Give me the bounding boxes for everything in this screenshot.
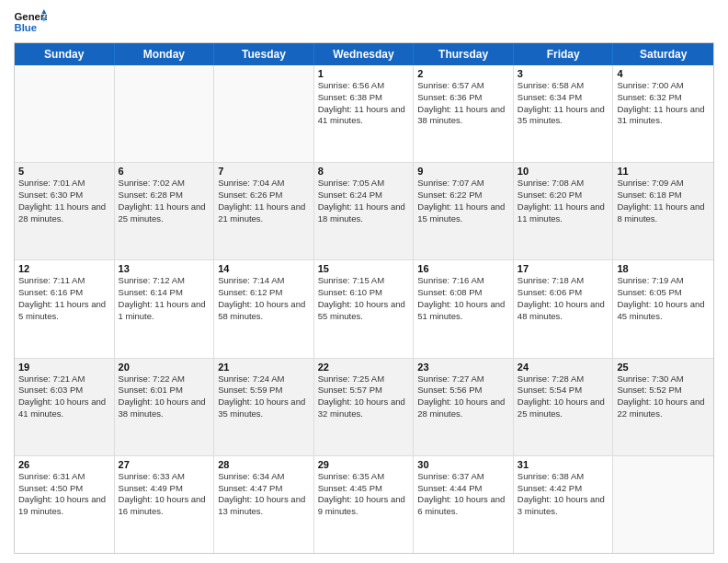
day-header-monday: Monday <box>115 43 215 65</box>
empty-cell <box>613 456 713 553</box>
sunrise-text: Sunrise: 7:30 AM <box>617 373 710 385</box>
day-cell-21: 21Sunrise: 7:24 AMSunset: 5:59 PMDayligh… <box>214 359 314 455</box>
day-info: Sunrise: 7:04 AMSunset: 6:26 PMDaylight:… <box>218 178 310 224</box>
day-cell-7: 7Sunrise: 7:04 AMSunset: 6:26 PMDaylight… <box>214 163 314 259</box>
daylight-text: Daylight: 11 hours and 21 minutes. <box>218 201 310 225</box>
day-number: 22 <box>318 362 410 373</box>
sunset-text: Sunset: 6:20 PM <box>518 190 609 201</box>
day-info: Sunrise: 6:56 AMSunset: 6:38 PMDaylight:… <box>318 80 410 127</box>
day-number: 11 <box>617 166 710 177</box>
day-cell-28: 28Sunrise: 6:34 AMSunset: 4:47 PMDayligh… <box>214 456 314 553</box>
sunset-text: Sunset: 4:49 PM <box>119 483 210 495</box>
daylight-text: Daylight: 10 hours and 58 minutes. <box>218 299 310 323</box>
day-number: 27 <box>119 459 210 470</box>
daylight-text: Daylight: 11 hours and 41 minutes. <box>318 104 410 128</box>
sunset-text: Sunset: 6:22 PM <box>417 190 509 201</box>
day-cell-16: 16Sunrise: 7:16 AMSunset: 6:08 PMDayligh… <box>414 260 514 357</box>
day-number: 13 <box>119 263 210 274</box>
sunset-text: Sunset: 6:30 PM <box>18 190 110 201</box>
sunrise-text: Sunrise: 6:56 AM <box>318 80 410 92</box>
day-info: Sunrise: 7:18 AMSunset: 6:06 PMDaylight:… <box>518 275 609 322</box>
day-info: Sunrise: 7:16 AMSunset: 6:08 PMDaylight:… <box>417 275 509 322</box>
sunrise-text: Sunrise: 7:12 AM <box>119 275 210 287</box>
day-info: Sunrise: 7:21 AMSunset: 6:03 PMDaylight:… <box>18 373 110 420</box>
sunrise-text: Sunrise: 6:31 AM <box>18 471 110 483</box>
daylight-text: Daylight: 10 hours and 55 minutes. <box>318 299 410 323</box>
sunset-text: Sunset: 6:10 PM <box>318 287 410 299</box>
calendar-row-2: 12Sunrise: 7:11 AMSunset: 6:16 PMDayligh… <box>15 260 713 358</box>
day-info: Sunrise: 6:58 AMSunset: 6:34 PMDaylight:… <box>518 80 609 127</box>
sunrise-text: Sunrise: 6:38 AM <box>518 471 609 483</box>
sunrise-text: Sunrise: 6:57 AM <box>417 80 509 92</box>
day-number: 26 <box>18 459 110 470</box>
daylight-text: Daylight: 11 hours and 35 minutes. <box>518 104 609 128</box>
daylight-text: Daylight: 10 hours and 38 minutes. <box>119 396 210 420</box>
day-info: Sunrise: 7:07 AMSunset: 6:22 PMDaylight:… <box>417 178 509 224</box>
day-info: Sunrise: 7:25 AMSunset: 5:57 PMDaylight:… <box>318 373 410 420</box>
day-info: Sunrise: 7:12 AMSunset: 6:14 PMDaylight:… <box>119 275 210 322</box>
sunset-text: Sunset: 5:52 PM <box>617 385 710 396</box>
daylight-text: Daylight: 10 hours and 13 minutes. <box>218 494 310 518</box>
daylight-text: Daylight: 11 hours and 25 minutes. <box>119 201 210 225</box>
day-header-tuesday: Tuesday <box>214 43 314 65</box>
day-number: 15 <box>318 263 410 274</box>
sunset-text: Sunset: 6:01 PM <box>119 385 210 396</box>
day-info: Sunrise: 7:24 AMSunset: 5:59 PMDaylight:… <box>218 373 310 420</box>
sunrise-text: Sunrise: 7:15 AM <box>318 275 410 287</box>
day-info: Sunrise: 7:28 AMSunset: 5:54 PMDaylight:… <box>518 373 609 420</box>
day-info: Sunrise: 7:30 AMSunset: 5:52 PMDaylight:… <box>617 373 710 420</box>
sunrise-text: Sunrise: 7:24 AM <box>218 373 310 385</box>
day-info: Sunrise: 7:00 AMSunset: 6:32 PMDaylight:… <box>617 80 710 127</box>
daylight-text: Daylight: 10 hours and 41 minutes. <box>18 396 110 420</box>
day-number: 20 <box>119 362 210 373</box>
sunrise-text: Sunrise: 7:11 AM <box>18 275 110 287</box>
sunset-text: Sunset: 6:24 PM <box>318 190 410 201</box>
day-info: Sunrise: 7:19 AMSunset: 6:05 PMDaylight:… <box>617 275 710 322</box>
daylight-text: Daylight: 11 hours and 31 minutes. <box>617 104 710 128</box>
day-cell-19: 19Sunrise: 7:21 AMSunset: 6:03 PMDayligh… <box>15 359 115 455</box>
sunrise-text: Sunrise: 7:07 AM <box>417 178 509 190</box>
sunrise-text: Sunrise: 7:28 AM <box>518 373 609 385</box>
day-header-wednesday: Wednesday <box>314 43 415 65</box>
day-header-friday: Friday <box>514 43 614 65</box>
day-cell-27: 27Sunrise: 6:33 AMSunset: 4:49 PMDayligh… <box>115 456 215 553</box>
day-number: 1 <box>318 68 410 79</box>
day-number: 3 <box>518 68 609 79</box>
day-number: 4 <box>617 68 710 79</box>
sunrise-text: Sunrise: 7:21 AM <box>18 373 110 385</box>
daylight-text: Daylight: 11 hours and 38 minutes. <box>417 104 509 128</box>
sunset-text: Sunset: 6:32 PM <box>617 92 710 104</box>
day-number: 31 <box>518 459 609 470</box>
sunset-text: Sunset: 6:26 PM <box>218 190 310 201</box>
day-info: Sunrise: 6:57 AMSunset: 6:36 PMDaylight:… <box>417 80 509 127</box>
calendar-row-0: 1Sunrise: 6:56 AMSunset: 6:38 PMDaylight… <box>15 65 713 163</box>
sunset-text: Sunset: 4:44 PM <box>417 483 509 495</box>
calendar-row-1: 5Sunrise: 7:01 AMSunset: 6:30 PMDaylight… <box>15 163 713 260</box>
calendar-row-3: 19Sunrise: 7:21 AMSunset: 6:03 PMDayligh… <box>15 359 713 456</box>
empty-cell <box>214 65 314 162</box>
sunset-text: Sunset: 6:06 PM <box>518 287 609 299</box>
day-number: 30 <box>417 459 509 470</box>
day-number: 2 <box>417 68 509 79</box>
day-number: 21 <box>218 362 310 373</box>
day-info: Sunrise: 7:27 AMSunset: 5:56 PMDaylight:… <box>417 373 509 420</box>
daylight-text: Daylight: 10 hours and 22 minutes. <box>617 396 710 420</box>
sunset-text: Sunset: 4:47 PM <box>218 483 310 495</box>
day-cell-11: 11Sunrise: 7:09 AMSunset: 6:18 PMDayligh… <box>613 163 713 259</box>
day-cell-25: 25Sunrise: 7:30 AMSunset: 5:52 PMDayligh… <box>613 359 713 455</box>
day-cell-14: 14Sunrise: 7:14 AMSunset: 6:12 PMDayligh… <box>214 260 314 357</box>
day-info: Sunrise: 6:34 AMSunset: 4:47 PMDaylight:… <box>218 471 310 518</box>
daylight-text: Daylight: 11 hours and 1 minute. <box>119 299 210 323</box>
day-cell-18: 18Sunrise: 7:19 AMSunset: 6:05 PMDayligh… <box>613 260 713 357</box>
sunrise-text: Sunrise: 6:34 AM <box>218 471 310 483</box>
sunrise-text: Sunrise: 7:00 AM <box>617 80 710 92</box>
day-info: Sunrise: 6:37 AMSunset: 4:44 PMDaylight:… <box>417 471 509 518</box>
sunset-text: Sunset: 4:50 PM <box>18 483 110 495</box>
sunset-text: Sunset: 6:38 PM <box>318 92 410 104</box>
day-number: 29 <box>318 459 410 470</box>
sunset-text: Sunset: 6:36 PM <box>417 92 509 104</box>
sunset-text: Sunset: 6:34 PM <box>518 92 609 104</box>
day-cell-31: 31Sunrise: 6:38 AMSunset: 4:42 PMDayligh… <box>514 456 614 553</box>
daylight-text: Daylight: 10 hours and 25 minutes. <box>518 396 609 420</box>
empty-cell <box>115 65 215 162</box>
